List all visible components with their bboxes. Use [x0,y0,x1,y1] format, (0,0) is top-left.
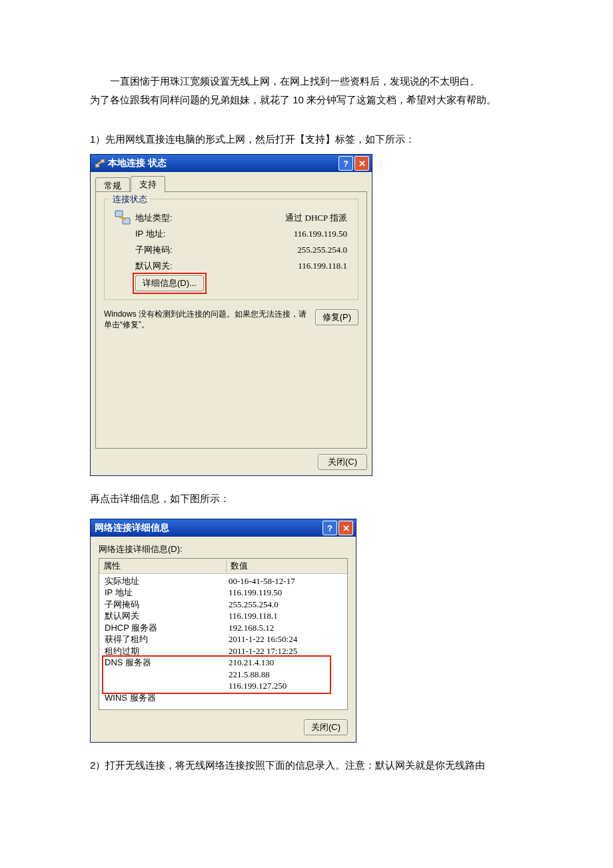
listview-row[interactable]: IP 地址116.199.119.50 [99,587,347,599]
close-button-label: 关闭(C) [311,722,340,732]
cell-property: DNS 服务器 [99,657,227,669]
listview-row[interactable]: 116.199.127.250 [99,680,347,692]
cell-property: 实际地址 [99,575,227,587]
details-listview[interactable]: 属性 数值 实际地址00-16-41-58-12-17IP 地址116.199.… [99,558,348,710]
titlebar[interactable]: 本地连接 状态 ? ✕ [91,155,372,172]
listview-row[interactable]: 实际地址00-16-41-58-12-17 [99,575,347,587]
listview-header: 属性 数值 [99,559,347,574]
listview-row[interactable]: DNS 服务器210.21.4.130 [99,657,347,669]
listview-row[interactable]: DHCP 服务器192.168.5.12 [99,622,347,634]
close-icon[interactable]: ✕ [354,156,369,171]
step1-text: 1）先用网线直接连电脑的形式上网，然后打开【支持】标签，如下所示： [90,131,523,147]
document-page: 一直困恼于用珠江宽频设置无线上网，在网上找到一些资料后，发现说的不太明白。 为了… [0,0,613,812]
intro-paragraph-1: 一直困恼于用珠江宽频设置无线上网，在网上找到一些资料后，发现说的不太明白。 [90,73,523,89]
cell-value: 221.5.88.88 [227,669,347,681]
repair-button-label: 修复(P) [322,312,351,322]
listview-row[interactable]: 获得了租约2011-1-22 16:50:24 [99,633,347,645]
cell-property: 默认网关 [99,610,227,622]
help-icon[interactable]: ? [322,521,337,535]
header-value: 数值 [227,559,347,573]
tab-strip: 常规 支持 [95,176,367,192]
cell-value: 116.199.127.250 [227,680,347,692]
group-connection-status: 连接状态 地址类型: 通过 DHCP 指派 [104,199,358,300]
listview-row[interactable]: 租约过期2011-1-22 17:12:25 [99,645,347,657]
label-subnet-mask: 子网掩码: [135,244,229,256]
label-ip: IP 地址: [135,228,229,240]
cell-value: 2011-1-22 16:50:24 [227,633,347,645]
value-ip: 116.199.119.50 [229,229,351,239]
close-icon[interactable]: ✕ [338,521,353,535]
cell-value: 210.21.4.130 [227,657,347,669]
cell-value: 255.255.254.0 [227,599,347,611]
after-step1-text: 再点击详细信息，如下图所示： [90,491,523,507]
listview-row[interactable]: 子网掩码255.255.254.0 [99,599,347,611]
details-button[interactable]: 详细信息(D)... [135,275,204,291]
tab-support[interactable]: 支持 [131,176,165,193]
listview-row[interactable]: 默认网关116.199.118.1 [99,610,347,622]
connection-icon [95,158,105,169]
close-button[interactable]: 关闭(C) [304,719,348,735]
label-address-type: 地址类型: [135,212,229,224]
tab-page-support: 连接状态 地址类型: 通过 DHCP 指派 [95,191,367,449]
close-button[interactable]: 关闭(C) [318,454,367,470]
cell-property: WINS 服务器 [99,692,227,704]
title-text: 本地连接 状态 [108,157,338,169]
cell-property [99,669,227,681]
cell-property: IP 地址 [99,587,227,599]
dialog-network-connection-details: 网络连接详细信息 ? ✕ 网络连接详细信息(D): 属性 数值 实际地址00-1… [90,519,356,743]
cell-property [99,680,227,692]
cell-property: 子网掩码 [99,599,227,611]
help-icon[interactable]: ? [338,156,353,171]
label-gateway: 默认网关: [135,260,229,272]
cell-value: 192.168.5.12 [227,622,347,634]
value-gateway: 116.199.118.1 [229,261,351,271]
title-text: 网络连接详细信息 [95,522,322,534]
svg-rect-0 [95,164,99,167]
listview-row[interactable]: 221.5.88.88 [99,669,347,681]
repair-button[interactable]: 修复(P) [315,309,358,325]
step2-text: 2）打开无线连接，将无线网络连接按照下面的信息录入。注意：默认网关就是你无线路由 [90,757,523,773]
cell-property: 租约过期 [99,645,227,657]
intro-paragraph-2: 为了各位跟我有同样问题的兄弟姐妹，就花了 10 来分钟写了这篇文档，希望对大家有… [90,92,523,108]
header-property: 属性 [99,559,227,573]
cell-value: 2011-1-22 17:12:25 [227,645,347,657]
cell-property: DHCP 服务器 [99,622,227,634]
value-address-type: 通过 DHCP 指派 [229,212,351,224]
cell-value: 116.199.119.50 [227,587,347,599]
cell-value: 00-16-41-58-12-17 [227,575,347,587]
cell-value: 116.199.118.1 [227,610,347,622]
cell-value [227,692,347,704]
details-button-label: 详细信息(D)... [143,278,197,288]
repair-hint-text: Windows 没有检测到此连接的问题。如果您无法连接，请单击“修复”。 [104,309,308,330]
titlebar[interactable]: 网络连接详细信息 ? ✕ [91,519,356,537]
svg-rect-2 [115,211,123,217]
group-legend: 连接状态 [110,193,150,205]
dialog-local-connection-status: 本地连接 状态 ? ✕ 常规 支持 连接状态 [90,154,372,476]
cell-property: 获得了租约 [99,633,227,645]
details-label: 网络连接详细信息(D): [99,543,348,555]
listview-row[interactable]: WINS 服务器 [99,692,347,704]
value-subnet-mask: 255.255.254.0 [229,245,351,255]
close-button-label: 关闭(C) [328,457,357,467]
network-icon [111,208,135,228]
